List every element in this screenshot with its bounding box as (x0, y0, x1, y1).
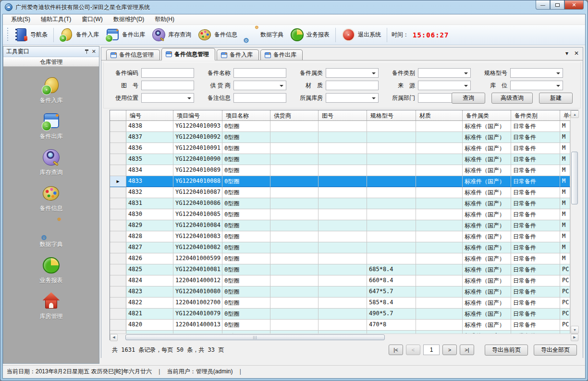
part-code-input[interactable] (141, 68, 194, 78)
toolbar-report-button[interactable]: 业务报表 (287, 26, 333, 43)
toolbar-part-in-button[interactable]: +备件入库 (56, 26, 102, 43)
part-name-input[interactable] (233, 68, 286, 78)
toolbar-data-dict-button[interactable]: ⚙⚙数据字典 (241, 26, 287, 43)
table-row[interactable]: 4828YG122040100830型圈标准件（国产）日常备件M (110, 231, 570, 242)
maximize-button[interactable] (550, 0, 564, 10)
page-number-input[interactable] (423, 345, 440, 355)
part-class-select[interactable] (418, 68, 471, 78)
cell-project-code: YG12204010089 (173, 165, 222, 176)
panel-close-icon[interactable]: ✕ (92, 49, 96, 54)
table-row[interactable]: 482212204010027000型圈585*8.4标准件（国产）日常备件PC (110, 298, 570, 309)
close-button[interactable]: ✕ (564, 0, 584, 10)
drawing-no-input[interactable] (141, 81, 194, 90)
advanced-query-button[interactable]: 高级查询 (491, 93, 533, 104)
sidebar-item-warehouse[interactable]: 库房管理 (3, 292, 99, 321)
toolbar-part-info-button[interactable]: 备件信息 (195, 26, 241, 43)
tab-label: 备件信息管理 (119, 51, 154, 59)
tab-label: 备件入库 (230, 51, 253, 59)
prev-page-button[interactable]: < (406, 345, 420, 355)
usage-position-select[interactable] (141, 93, 194, 103)
cell-material (416, 264, 463, 275)
table-row[interactable]: ▶4833YG122040100880型圈标准件（国产）日常备件M (110, 176, 570, 187)
row-selector-cell (110, 220, 126, 231)
tab-close-icon[interactable]: ✕ (574, 50, 579, 56)
next-page-button[interactable]: > (442, 345, 457, 355)
table-row[interactable]: 4821YG122040100790型圈490*5.7标准件（国产）日常备件PC (110, 309, 570, 320)
table-row[interactable]: 4838YG122040100930型圈标准件（国产）日常备件M (110, 121, 570, 132)
scroll-left-icon[interactable]: ◀ (110, 334, 118, 341)
sidebar-item-part-out[interactable]: →备件出库 (3, 112, 99, 141)
minimize-button[interactable]: — (536, 0, 550, 10)
table-row[interactable]: 4823YG122040100800型圈647*5.7标准件（国产）日常备件PC (110, 286, 570, 298)
cell-supplier (270, 165, 318, 176)
tab-2[interactable]: 备件入库 (217, 49, 259, 60)
cell-material (416, 253, 463, 264)
scroll-right-icon[interactable]: ▶ (571, 334, 578, 341)
cell-material (416, 309, 463, 320)
tab-0[interactable]: 备件信息管理 (106, 49, 160, 60)
table-row[interactable]: 4825YG122040100810型圈685*8.4标准件（国产）日常备件PC (110, 264, 570, 275)
spec-model-select[interactable] (510, 68, 563, 78)
toolbar-data-dict-label: 数据字典 (260, 31, 283, 39)
material-input[interactable] (326, 81, 379, 90)
table-row[interactable]: 4835YG122040100900型圈标准件（国产）日常备件M (110, 154, 570, 165)
last-page-button[interactable]: >| (460, 345, 474, 355)
sidebar-item-stock-query[interactable]: 库存查询 (3, 148, 99, 177)
table-row[interactable]: 4830YG122040100850型圈标准件（国产）日常备件M (110, 209, 570, 220)
new-button[interactable]: 新建 (539, 93, 573, 104)
horizontal-scrollbar[interactable]: ◀ ||| ▶ (110, 333, 578, 341)
table-row[interactable]: 4831YG122040100860型圈标准件（国产）日常备件M (110, 198, 570, 209)
scroll-down-icon[interactable]: ▼ (571, 326, 579, 333)
table-row[interactable]: 482012204014000130型圈470*8标准件（国产）日常备件PC (110, 320, 570, 331)
cell-part-category: 标准件（国产） (463, 209, 511, 220)
toolbar-part-out-button[interactable]: →备件出库 (102, 26, 148, 43)
tab-3[interactable]: 备件出库 (260, 49, 303, 60)
warehouse-select[interactable] (326, 93, 379, 103)
cell-drawing-no (318, 143, 367, 154)
supplier-select[interactable] (233, 81, 286, 90)
toolbar-exit-button[interactable]: ✕退出系统 (338, 26, 384, 43)
horizontal-scroll-track[interactable]: ||| (118, 334, 571, 341)
tab-1[interactable]: 备件信息管理 (161, 48, 215, 60)
menu-item-4[interactable]: 帮助(H) (149, 14, 180, 25)
toolbar-grip[interactable] (6, 28, 9, 42)
toolbar-separator (387, 28, 387, 42)
data-grid: 编号项目编号项目名称供货商图号规格型号材质备件属类备件类别单位 4838YG12… (110, 110, 578, 340)
sidebar-item-report[interactable]: 业务报表 (3, 256, 99, 285)
part-category-select[interactable] (326, 68, 379, 78)
table-row[interactable]: 4832YG122040100870型圈标准件（国产）日常备件M (110, 187, 570, 198)
table-row[interactable]: 482612204010005990型圈标准件（国产）日常备件M (110, 253, 570, 264)
cell-part-category: 标准件（国产） (463, 309, 511, 320)
menu-item-3[interactable]: 数据维护(D) (108, 14, 150, 25)
table-row[interactable]: 4836YG122040100910型圈标准件（国产）日常备件M (110, 143, 570, 154)
export-all-pages-button[interactable]: 导出全部页 (534, 345, 577, 356)
pin-icon[interactable] (84, 49, 89, 54)
cell-project-code: 1220401000599 (173, 253, 222, 264)
table-row[interactable]: 4827YG122040100820型圈标准件（国产）日常备件M (110, 242, 570, 253)
remark-input[interactable] (233, 93, 286, 103)
first-page-button[interactable]: |< (389, 345, 403, 355)
table-row[interactable]: 482412204014000120型圈660*8.4标准件（国产）日常备件PC (110, 275, 570, 286)
vertical-scroll-thumb[interactable] (571, 152, 578, 204)
sidebar-item-part-in[interactable]: +备件入库 (3, 76, 99, 105)
horizontal-scroll-thumb[interactable]: ||| (125, 334, 385, 340)
export-current-page-button[interactable]: 导出当前页 (485, 345, 528, 356)
toolbar-stock-query-button[interactable]: 库存查询 (148, 26, 195, 43)
toolbar-navbar-button[interactable]: 导航条 (11, 26, 51, 43)
table-row[interactable]: 4837YG122040100920型圈标准件（国产）日常备件M (110, 132, 570, 143)
menu-item-2[interactable]: 窗口(W) (76, 14, 108, 25)
table-row[interactable]: 4834YG122040100890型圈标准件（国产）日常备件M (110, 165, 570, 176)
cell-spec-model (367, 209, 416, 220)
sidebar-item-data-dict[interactable]: ⚙⚙数据字典 (3, 220, 99, 249)
source-select[interactable] (418, 81, 471, 90)
chevron-down-icon[interactable]: ▾ (565, 50, 568, 56)
sidebar-item-part-info[interactable]: 备件信息 (3, 184, 99, 213)
scroll-up-icon[interactable]: ▲ (571, 110, 579, 118)
query-button[interactable]: 查询 (452, 93, 485, 104)
vertical-scrollbar[interactable]: ▲ ▼ (570, 110, 578, 333)
table-row[interactable]: 4829YG122040100840型圈标准件（国产）日常备件M (110, 220, 570, 231)
menu-item-1[interactable]: 辅助工具(T) (36, 14, 76, 25)
menu-item-0[interactable]: 系统(S) (6, 14, 36, 25)
location-select[interactable] (510, 81, 563, 90)
vertical-scroll-track[interactable] (571, 118, 579, 326)
